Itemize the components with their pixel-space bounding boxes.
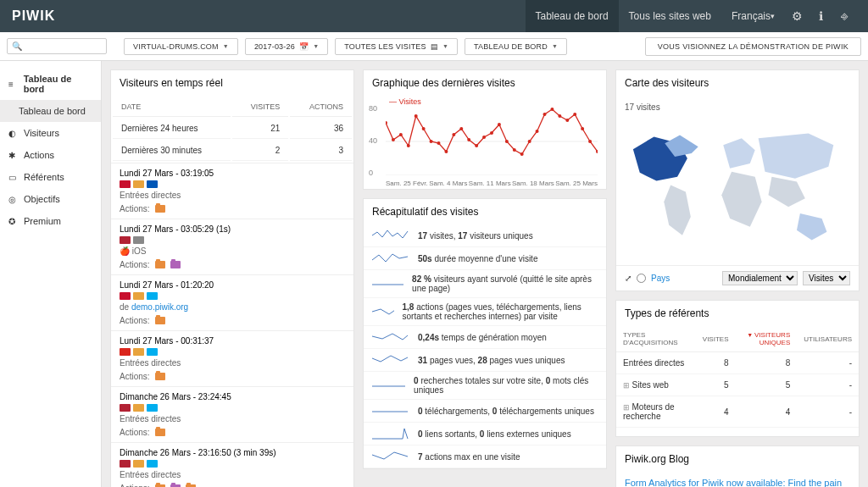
svg-point-11 (452, 133, 455, 136)
sidebar-icon: ≡ (8, 80, 17, 89)
folder-icon[interactable] (170, 261, 181, 268)
flag-icon (147, 404, 158, 412)
widget-title: Carte des visiteurs (616, 70, 859, 96)
folder-icon[interactable] (155, 429, 165, 436)
line-chart[interactable] (386, 108, 598, 175)
sidebar-icon: ◎ (8, 195, 17, 204)
flag-icon (133, 404, 144, 412)
demo-banner: VOUS VISIONNEZ LA DÉMONSTRATION DE PIWIK (645, 37, 861, 56)
sidebar-item[interactable]: ✱Actions (0, 144, 101, 166)
svg-point-27 (573, 113, 576, 116)
folder-icon[interactable] (155, 261, 165, 268)
table-row[interactable]: Moteurs de recherche44- (616, 396, 859, 428)
sidebar-item[interactable]: ✪Premium (0, 210, 101, 232)
map-scope-select[interactable]: Mondialement (722, 271, 798, 285)
sidebar-item[interactable]: ▭Référents (0, 166, 101, 188)
svg-point-4 (399, 133, 403, 136)
svg-point-13 (467, 138, 470, 141)
svg-point-5 (407, 144, 410, 147)
summary-row: 0 liens sortants, 0 liens externes uniqu… (364, 423, 606, 445)
chevron-down-icon: ▼ (223, 43, 229, 49)
visit-entry[interactable]: Dimanche 26 Mars - 23:24:45 Entrées dire… (111, 386, 353, 442)
sidebar-item[interactable]: ◐Visiteurs (0, 122, 101, 144)
x-tick: Sam. 4 Mars (429, 180, 467, 187)
widget-title: Piwik.org Blog (616, 446, 859, 472)
svg-point-28 (581, 127, 584, 130)
widget-blog: Piwik.org Blog Form Analytics for Piwik … (615, 445, 860, 487)
y-tick: 0 (369, 169, 373, 177)
zoom-out-icon[interactable]: ⤢ (625, 274, 632, 283)
sparkline (372, 330, 409, 344)
site-picker[interactable]: VIRTUAL-DRUMS.COM▼ (124, 38, 238, 55)
sidebar-item[interactable]: Tableau de bord (0, 100, 101, 122)
flag-icon (147, 460, 158, 468)
flag-icon (147, 180, 158, 188)
sidebar-item[interactable]: ◎Objectifs (0, 188, 101, 210)
summary-row: 0,24s temps de génération moyen (364, 326, 606, 349)
date-picker[interactable]: 2017-03-26📅▼ (245, 38, 328, 55)
col-visits[interactable]: VISITES (696, 326, 736, 352)
map-mode[interactable]: Pays (651, 274, 670, 283)
folder-icon[interactable] (155, 373, 165, 380)
x-tick: Sam. 25 Mars (555, 180, 598, 187)
y-tick: 80 (369, 104, 377, 113)
referrer-link[interactable]: demo.piwik.org (131, 302, 188, 312)
dashboard-picker[interactable]: TABLEAU DE BORD▼ (465, 38, 567, 55)
widget-title: Récapitulatif des visites (364, 199, 606, 224)
svg-point-20 (520, 152, 524, 156)
visit-entry[interactable]: Dimanche 26 Mars - 23:16:50 (3 min 39s) … (111, 442, 353, 487)
visit-entry[interactable]: Lundi 27 Mars - 03:05:29 (1s) 🍎 iOS Acti… (111, 219, 353, 274)
blog-post-link[interactable]: Form Analytics for Piwik now available: … (625, 477, 850, 487)
widget-title: Types de référents (616, 301, 859, 326)
x-tick: Sam. 25 Févr. (386, 180, 428, 187)
flag-icon (147, 348, 158, 356)
sparkline (372, 252, 409, 265)
summary-row: 82 % visiteurs ayant survolé (quitté le … (364, 270, 606, 298)
svg-point-9 (437, 141, 441, 145)
col-unique[interactable]: VISITEURS UNIQUES (736, 326, 798, 352)
col-users[interactable]: UTILISATEURS (797, 326, 859, 352)
logout-icon[interactable]: ⎆ (832, 9, 856, 23)
nav-language[interactable]: Français (721, 0, 785, 32)
svg-point-22 (536, 130, 539, 133)
gear-icon[interactable]: ⚙ (785, 9, 809, 23)
visit-entry[interactable]: Lundi 27 Mars - 00:31:37 Entrées directe… (111, 330, 353, 386)
chart-legend: Visites (389, 97, 421, 106)
table-row[interactable]: Entrées directes88- (616, 352, 859, 374)
sidebar: ≡Tableau de bordTableau de bord◐Visiteur… (0, 61, 102, 487)
summary-row: 0 téléchargements, 0 téléchargements uni… (364, 400, 606, 423)
x-tick: Sam. 11 Mars (469, 180, 511, 187)
world-map[interactable] (625, 117, 850, 257)
folder-icon[interactable] (155, 317, 165, 324)
col-type[interactable]: TYPES D'ACQUISITIONS (616, 326, 696, 352)
widget-realtime: Visiteurs en temps réel DATE VISITES ACT… (110, 69, 354, 487)
visit-entry[interactable]: Lundi 27 Mars - 03:19:05 Entrées directe… (111, 163, 353, 219)
segment-picker[interactable]: TOUTES LES VISITES▤▼ (335, 38, 458, 55)
sparkline (372, 229, 409, 242)
col-actions: ACTIONS (290, 97, 352, 117)
svg-point-18 (505, 140, 509, 143)
map-metric-select[interactable]: Visites (803, 271, 850, 285)
svg-point-7 (422, 127, 426, 130)
horizontal-scrollbar[interactable] (616, 428, 859, 436)
sidebar-item[interactable]: ≡Tableau de bord (0, 68, 101, 100)
nav-all-sites[interactable]: Tous les sites web (619, 0, 721, 32)
widget-chart: Graphique des dernières visites Visites … (363, 69, 607, 190)
table-row[interactable]: Sites web55- (616, 374, 859, 396)
info-icon[interactable]: ℹ (809, 9, 832, 23)
widget-referrers: Types de référents TYPES D'ACQUISITIONS … (615, 300, 860, 437)
globe-icon[interactable] (637, 274, 646, 283)
flag-icon (133, 460, 144, 468)
flag-icon (120, 180, 131, 188)
logo: PIWIK (12, 8, 55, 24)
summary-row: 17 visites, 17 visiteurs uniques (364, 224, 606, 247)
y-tick: 40 (369, 136, 377, 145)
svg-point-6 (415, 114, 418, 118)
folder-icon[interactable] (155, 205, 165, 213)
svg-point-2 (386, 121, 387, 125)
search-input[interactable] (7, 38, 107, 54)
topbar: PIWIK Tableau de bord Tous les sites web… (0, 0, 868, 32)
visit-entry[interactable]: Lundi 27 Mars - 01:20:20 de demo.piwik.o… (111, 274, 353, 330)
nav-dashboard[interactable]: Tableau de bord (526, 0, 619, 32)
svg-point-24 (550, 108, 554, 111)
